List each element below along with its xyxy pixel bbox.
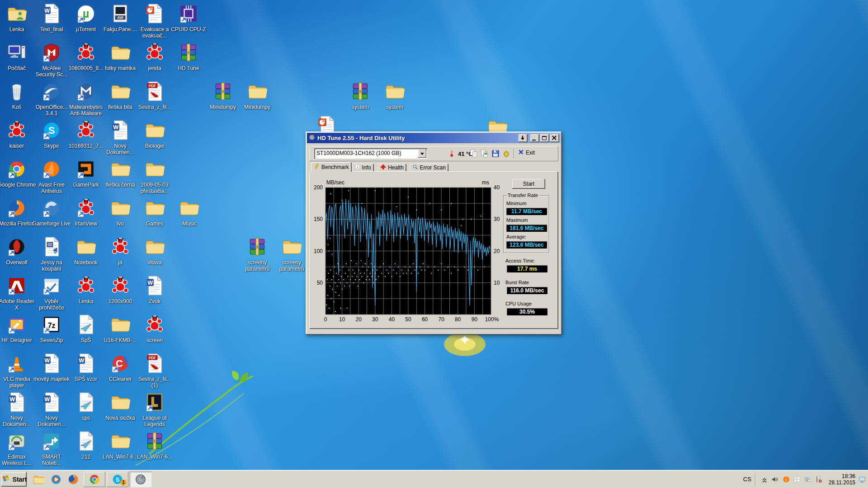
- taskbar-app-skype[interactable]: S1: [107, 472, 128, 487]
- desktop-icon[interactable]: kaiser: [0, 120, 36, 149]
- desktop-icon[interactable]: LAN_Win7-6...: [101, 431, 140, 460]
- tray-network-icon[interactable]: [804, 475, 812, 483]
- desktop-icon[interactable]: Lenka: [66, 275, 105, 305]
- desktop-icon[interactable]: CPUID CPU-Z: [169, 3, 208, 33]
- desktop-icon[interactable]: PDFSestra_z_fil... (1): [135, 353, 174, 389]
- desktop-icon[interactable]: Malwarebytes Anti-Malware: [66, 81, 105, 117]
- rollup-button[interactable]: [519, 134, 528, 142]
- tray-windows-flag-icon[interactable]: [793, 475, 801, 483]
- desktop-icon[interactable]: AVIFakju.Pane....: [101, 3, 140, 33]
- show-desktop-button[interactable]: [858, 475, 866, 483]
- desktop-icon[interactable]: Minidumpy: [238, 81, 277, 110]
- desktop-icon[interactable]: 7zSevenZip: [32, 314, 71, 343]
- desktop-icon[interactable]: 10609005_8...: [66, 42, 105, 71]
- desktop-icon[interactable]: Avast Free Antivirus: [32, 159, 71, 194]
- desktop-icon[interactable]: SpŠ: [66, 314, 105, 343]
- desktop-icon[interactable]: Ivo: [101, 197, 140, 227]
- desktop-icon[interactable]: system: [375, 81, 414, 110]
- desktop-icon[interactable]: OpenOffice... 3.4.1: [32, 81, 71, 117]
- desktop-icon[interactable]: já: [101, 236, 140, 266]
- desktop-icon[interactable]: fleška černá: [101, 159, 140, 188]
- start-benchmark-button[interactable]: Start: [512, 179, 545, 189]
- desktop-icon[interactable]: CCCleaner: [101, 353, 140, 382]
- desktop-icon[interactable]: screen: [135, 314, 174, 343]
- desktop-icon[interactable]: WNový Dokumen...: [32, 392, 71, 427]
- desktop-icon[interactable]: U16-FKMB-...: [101, 314, 140, 343]
- options-button[interactable]: [501, 148, 511, 159]
- desktop-icon[interactable]: system: [341, 81, 380, 110]
- desktop-icon[interactable]: Wmovitý majetek: [32, 353, 71, 382]
- language-indicator[interactable]: CS: [740, 476, 755, 483]
- tab-error-scan[interactable]: Error Scan: [410, 164, 448, 172]
- desktop-icon[interactable]: Koš: [0, 81, 36, 110]
- desktop-icon[interactable]: WSPŠ vzor: [66, 353, 105, 382]
- desktop-icon[interactable]: SSkype: [32, 120, 71, 149]
- maximize-button[interactable]: [540, 134, 549, 142]
- close-button[interactable]: [550, 134, 559, 142]
- desktop-icon[interactable]: 212: [66, 431, 105, 460]
- tab-benchmark[interactable]: Benchmark: [311, 162, 352, 172]
- desktop-icon[interactable]: 2009-05-03 přestavba...: [135, 159, 174, 194]
- quicklaunch-explorer-icon[interactable]: [30, 472, 47, 487]
- desktop-icon[interactable]: McAfee Security Sc...: [32, 42, 71, 78]
- desktop-icon[interactable]: Gameforge Live: [32, 197, 71, 227]
- desktop-icon[interactable]: Počítač: [0, 42, 36, 71]
- desktop-icon[interactable]: LAN_Win7-6...: [135, 431, 174, 460]
- desktop-icon[interactable]: League of Legends: [135, 392, 174, 427]
- desktop-icon[interactable]: iMusic: [170, 197, 208, 227]
- desktop-icon[interactable]: WText_final: [32, 3, 71, 33]
- desktop-icon[interactable]: WZvuk: [135, 275, 174, 305]
- desktop-icon[interactable]: Adobe Reader X: [0, 275, 36, 311]
- desktop-icon[interactable]: GamePark: [66, 159, 105, 188]
- drive-select[interactable]: ST1000DM003-1CH162 (1000 GB): [314, 148, 427, 159]
- desktop-icon[interactable]: WNový Dokumen...: [101, 120, 140, 155]
- desktop-icon[interactable]: Overwolf: [0, 236, 36, 266]
- desktop-icon[interactable]: 1200x900: [101, 275, 140, 305]
- desktop-icon[interactable]: fleška bílá: [101, 81, 140, 110]
- tray-action-flag-icon[interactable]: [815, 475, 823, 483]
- tab-health[interactable]: Health: [377, 164, 406, 172]
- desktop-icon[interactable]: jenda: [135, 42, 174, 71]
- minimize-button[interactable]: [530, 134, 539, 142]
- window-titlebar[interactable]: HD Tune 2.55 - Hard Disk Utility: [307, 133, 561, 143]
- desktop-icon[interactable]: Jessy na koupání: [32, 236, 71, 272]
- desktop-icon[interactable]: 10169312_7...: [66, 120, 105, 149]
- tray-chevron-up-icon[interactable]: [760, 475, 769, 483]
- desktop-icon[interactable]: WNový Dokumen...: [0, 392, 36, 427]
- desktop-icon[interactable]: vltava: [135, 236, 174, 266]
- desktop-icon[interactable]: HF Designer: [0, 314, 36, 343]
- tray-avast-icon[interactable]: [782, 475, 790, 483]
- desktop-icon[interactable]: Výběr prohlížeče: [32, 275, 71, 311]
- desktop-icon[interactable]: Lenka: [0, 3, 36, 33]
- quicklaunch-wmp-icon[interactable]: [47, 472, 65, 487]
- desktop-icon[interactable]: VLC media player: [0, 353, 36, 389]
- desktop-icon[interactable]: screeny parametrů: [238, 236, 277, 272]
- desktop-icon[interactable]: Evakuace a evakuač...: [135, 3, 174, 39]
- desktop-icon[interactable]: Minidumpy: [203, 81, 242, 110]
- desktop-icon[interactable]: sps: [66, 392, 105, 421]
- desktop-icon[interactable]: Mozilla Firefox: [0, 197, 36, 227]
- tab-info[interactable]: iInfo: [352, 164, 374, 172]
- clock[interactable]: 18:36 28.11.2015: [826, 473, 858, 486]
- desktop-icon[interactable]: fotky mamka: [101, 42, 140, 71]
- start-button[interactable]: Start: [1, 472, 27, 487]
- desktop-icon[interactable]: Games: [135, 197, 174, 227]
- desktop-icon[interactable]: HD Tune: [169, 42, 208, 71]
- quicklaunch-firefox-icon[interactable]: [65, 472, 82, 487]
- desktop-icon[interactable]: Biologie: [135, 120, 174, 149]
- tray-speaker-icon[interactable]: [771, 475, 779, 483]
- exit-button[interactable]: Exit: [518, 149, 535, 156]
- desktop-icon[interactable]: Notebook: [66, 236, 105, 266]
- desktop-icon[interactable]: IrfanView: [66, 197, 105, 227]
- desktop-icon[interactable]: PDFSestra_z_fil...: [135, 81, 174, 110]
- save-button[interactable]: [490, 148, 500, 159]
- desktop-icon[interactable]: SMART Noteb...: [32, 431, 71, 466]
- copy-text-button[interactable]: [468, 148, 479, 159]
- taskbar-app-hdd[interactable]: [130, 472, 151, 487]
- drive-select-arrow[interactable]: [418, 149, 426, 158]
- desktop-icon[interactable]: Edimax Wireless L...: [0, 431, 36, 466]
- copy-image-button[interactable]: [479, 148, 490, 159]
- desktop-icon[interactable]: Nová složka: [101, 392, 140, 421]
- taskbar-app-chrome[interactable]: [84, 472, 105, 487]
- desktop-icon[interactable]: Google Chrome: [0, 159, 36, 188]
